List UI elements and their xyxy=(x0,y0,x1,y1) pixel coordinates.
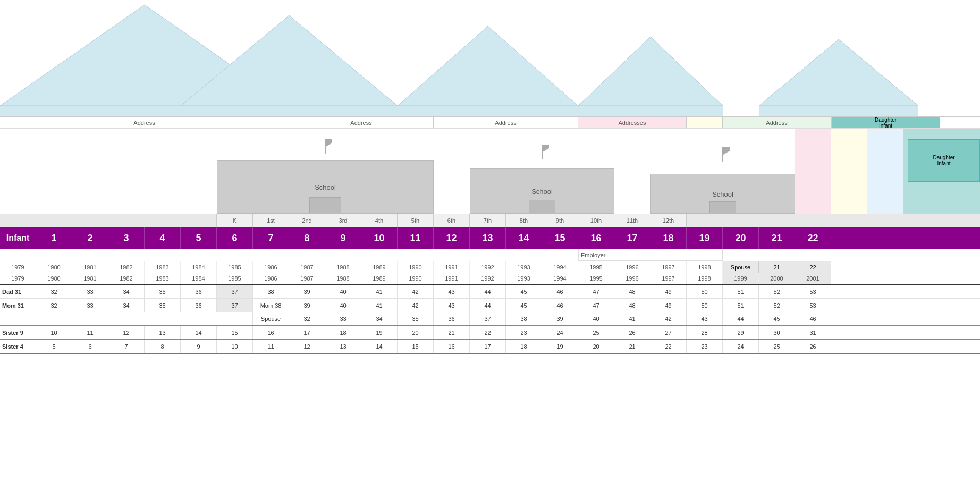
age-9: 9 xyxy=(325,227,361,249)
grade-11th: 11th xyxy=(614,214,650,227)
grade-5th: 5th xyxy=(398,214,434,227)
year-1979: 1979 xyxy=(0,261,36,273)
age-20: 20 xyxy=(723,227,759,249)
spouse-row: Spouse 32 33 34 35 36 37 38 39 40 41 42 … xyxy=(0,312,980,326)
age-21: 21 xyxy=(759,227,795,249)
address-label-2: Address xyxy=(289,117,434,128)
age-3: 3 xyxy=(108,227,145,249)
year-header-21: 21 xyxy=(759,261,795,273)
age-bar: Infant 1 2 3 4 5 6 7 8 9 10 11 12 13 14 … xyxy=(0,227,980,249)
svg-rect-7 xyxy=(578,106,723,116)
sister9-label: Sister 9 xyxy=(0,326,36,339)
svg-rect-3 xyxy=(181,106,398,116)
sister4-row: Sister 4 5 6 7 8 9 10 11 12 13 14 15 16 … xyxy=(0,340,980,354)
grade-1st: 1st xyxy=(253,214,289,227)
svg-rect-5 xyxy=(398,106,578,116)
sister4-label: Sister 4 xyxy=(0,340,36,353)
year-1992: 1992 xyxy=(470,261,506,273)
spouse-header: Spouse xyxy=(723,261,759,273)
grade-9th: 9th xyxy=(542,214,578,227)
mom-row: Mom 31 32 33 34 35 36 37 Mom 38 39 40 41… xyxy=(0,299,980,312)
address-row: Address Address Address Addresses Addres… xyxy=(0,117,980,129)
age-7: 7 xyxy=(253,227,289,249)
grade-7th: 7th xyxy=(470,214,506,227)
year-1983: 1983 xyxy=(145,261,181,273)
svg-marker-2 xyxy=(181,15,398,106)
employer-row: Employer xyxy=(0,249,980,261)
year-header-22: 22 xyxy=(795,261,831,273)
grade-8th: 8th xyxy=(506,214,542,227)
daughter-infant-box: Daughter xyxy=(933,155,954,160)
year-1994: 1994 xyxy=(542,261,578,273)
year-1993: 1993 xyxy=(506,261,542,273)
year-1987: 1987 xyxy=(289,261,325,273)
address-label-4: Addresses xyxy=(578,117,687,128)
school-label-3: School xyxy=(712,190,733,198)
age-15: 15 xyxy=(542,227,578,249)
year-1991: 1991 xyxy=(434,261,470,273)
year-1982: 1982 xyxy=(108,261,145,273)
school-label-1: School xyxy=(315,183,336,191)
school-label-2: School xyxy=(531,187,553,195)
year-1981: 1981 xyxy=(72,261,108,273)
year-1995: 1995 xyxy=(578,261,614,273)
age-17: 17 xyxy=(614,227,650,249)
mom-label: Mom 31 xyxy=(0,299,36,312)
age-22: 22 xyxy=(795,227,831,249)
age-13: 13 xyxy=(470,227,506,249)
year-1984: 1984 xyxy=(181,261,217,273)
age-2: 2 xyxy=(72,227,108,249)
age-11: 11 xyxy=(398,227,434,249)
year-1985: 1985 xyxy=(217,261,253,273)
year-1997: 1997 xyxy=(650,261,687,273)
age-8: 8 xyxy=(289,227,325,249)
sister9-row: Sister 9 10 11 12 13 14 15 16 17 18 19 2… xyxy=(0,326,980,340)
age-infant: Infant xyxy=(0,227,36,249)
address-label-5: Address xyxy=(723,117,831,128)
grade-row: K 1st 2nd 3rd 4th 5th 6th 7th 8th 9th 10… xyxy=(0,214,980,227)
year-1990: 1990 xyxy=(398,261,434,273)
address-label-1: Address xyxy=(0,117,289,128)
age-16: 16 xyxy=(578,227,614,249)
svg-marker-4 xyxy=(398,26,578,106)
year-1989: 1989 xyxy=(361,261,398,273)
year-1996: 1996 xyxy=(614,261,650,273)
age-19: 19 xyxy=(687,227,723,249)
dad-row: Dad 31 32 33 34 35 36 37 38 39 40 41 42 … xyxy=(0,285,980,299)
year-row-2: 1979 1980 1981 1982 1983 1984 1985 1986 … xyxy=(0,273,980,285)
daughter-infant-header: DaughterInfant xyxy=(831,117,940,128)
grade-K: K xyxy=(217,214,253,227)
age-1: 1 xyxy=(36,227,72,249)
age-5: 5 xyxy=(181,227,217,249)
svg-marker-6 xyxy=(578,37,723,106)
svg-rect-9 xyxy=(759,106,918,116)
grade-2nd: 2nd xyxy=(289,214,325,227)
year-1988: 1988 xyxy=(325,261,361,273)
age-14: 14 xyxy=(506,227,542,249)
grade-12th: 12th xyxy=(650,214,687,227)
age-12: 12 xyxy=(434,227,470,249)
age-10: 10 xyxy=(361,227,398,249)
svg-marker-8 xyxy=(759,39,918,106)
age-18: 18 xyxy=(650,227,687,249)
year-1986: 1986 xyxy=(253,261,289,273)
grade-3rd: 3rd xyxy=(325,214,361,227)
address-label-3: Address xyxy=(434,117,578,128)
chart-container: Address Address Address Addresses Addres… xyxy=(0,0,980,354)
year-1980: 1980 xyxy=(36,261,72,273)
header-year-row: 1979 1980 1981 1982 1983 1984 1985 1986 … xyxy=(0,261,980,273)
age-6: 6 xyxy=(217,227,253,249)
grade-10th: 10th xyxy=(578,214,614,227)
schools-visual-row: School School xyxy=(0,129,980,214)
employer-label: Employer xyxy=(578,249,723,261)
grade-6th: 6th xyxy=(434,214,470,227)
houses-row xyxy=(0,0,980,117)
year-1998: 1998 xyxy=(687,261,723,273)
age-4: 4 xyxy=(145,227,181,249)
dad-label: Dad 31 xyxy=(0,285,36,298)
grade-4th: 4th xyxy=(361,214,398,227)
